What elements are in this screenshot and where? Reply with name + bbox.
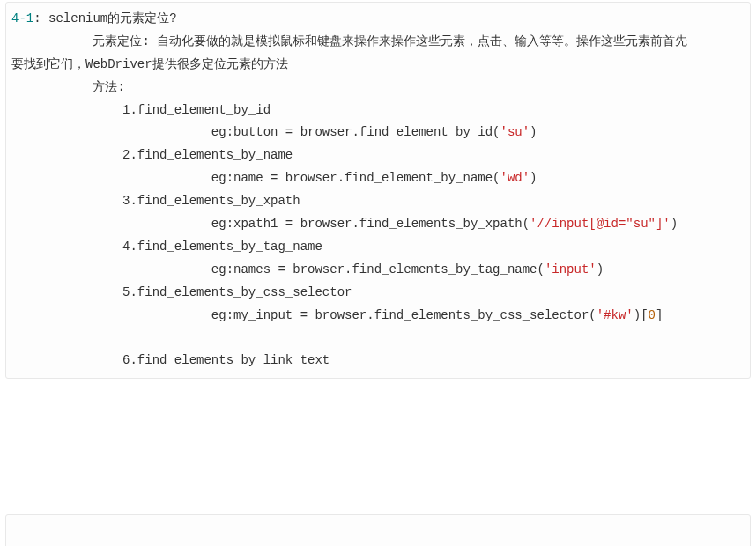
heading-text: : selenium的元素定位? — [33, 11, 176, 26]
method-1-eg-str: 'su' — [500, 125, 530, 139]
method-4-eg-str: 'input' — [545, 262, 597, 277]
method-5-eg-post2: ] — [656, 308, 663, 322]
method-3: 3.find_elements_by_xpath — [11, 194, 300, 208]
method-5-eg-pre: eg:my_input = browser.find_elements_by_c… — [11, 308, 597, 322]
method-5-eg-idx: 0 — [649, 308, 656, 322]
code-block-1: 4-1: selenium的元素定位? 元素定位: 自动化要做的就是模拟鼠标和键… — [5, 2, 751, 379]
method-4-eg-pre: eg:names = browser.find_elements_by_tag_… — [11, 262, 545, 277]
methods-label: 方法: — [11, 80, 125, 94]
method-1-eg-post: ) — [530, 125, 537, 139]
intro-line-2: 要找到它们，WebDriver提供很多定位元素的方法 — [11, 57, 288, 71]
method-1: 1.find_element_by_id — [11, 103, 271, 117]
method-5-eg-str: '#kw' — [597, 308, 634, 322]
method-2: 2.find_elements_by_name — [11, 148, 293, 162]
method-3-eg-str: '//input[@id="su"]' — [530, 217, 671, 231]
heading-number: 4-1 — [11, 11, 33, 26]
method-3-eg-pre: eg:xpath1 = browser.find_elements_by_xpa… — [11, 217, 530, 231]
method-5: 5.find_elements_by_css_selector — [11, 285, 352, 299]
method-1-eg-pre: eg:button = browser.find_element_by_id( — [11, 125, 500, 139]
method-2-eg-str: 'wd' — [500, 171, 530, 185]
intro-line-1: 元素定位: 自动化要做的就是模拟鼠标和键盘来操作来操作这些元素，点击、输入等等。… — [11, 34, 687, 48]
spacer-1 — [0, 380, 756, 513]
method-4: 4.find_elements_by_tag_name — [11, 240, 322, 254]
method-3-eg-post: ) — [671, 217, 678, 231]
method-6: 6.find_elements_by_link_text — [11, 353, 330, 367]
code-block-2 — [5, 514, 751, 546]
method-4-eg-post: ) — [597, 262, 604, 277]
method-2-eg-pre: eg:name = browser.find_element_by_name( — [11, 171, 500, 185]
method-5-eg-post: )[ — [634, 308, 649, 322]
empty-line — [11, 524, 19, 538]
method-2-eg-post: ) — [530, 171, 537, 185]
